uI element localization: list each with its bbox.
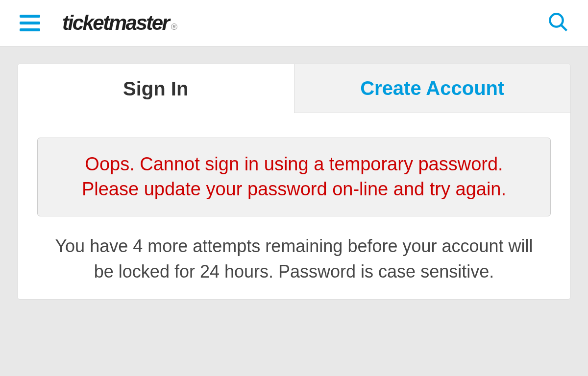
svg-point-0 bbox=[550, 14, 563, 26]
tab-sign-in-label: Sign In bbox=[123, 78, 188, 100]
svg-line-1 bbox=[561, 25, 566, 30]
attempts-remaining-text: You have 4 more attempts remaining befor… bbox=[37, 234, 551, 284]
card-body: Oops. Cannot sign in using a temporary p… bbox=[18, 113, 570, 299]
auth-tabs: Sign In Create Account bbox=[18, 64, 570, 113]
hamburger-menu-icon[interactable] bbox=[20, 15, 40, 31]
tab-sign-in[interactable]: Sign In bbox=[18, 64, 294, 113]
tab-create-account[interactable]: Create Account bbox=[294, 64, 571, 113]
main-content: Sign In Create Account Oops. Cannot sign… bbox=[0, 47, 588, 300]
error-text: Oops. Cannot sign in using a temporary p… bbox=[82, 154, 506, 199]
search-icon[interactable] bbox=[548, 12, 568, 34]
error-message-box: Oops. Cannot sign in using a temporary p… bbox=[37, 138, 551, 216]
auth-card: Sign In Create Account Oops. Cannot sign… bbox=[17, 64, 571, 300]
brand-name: ticketmaster bbox=[62, 11, 169, 35]
registered-mark: ® bbox=[171, 22, 177, 32]
app-header: ticketmaster ® bbox=[0, 0, 588, 47]
tab-create-account-label: Create Account bbox=[360, 77, 504, 99]
brand-logo[interactable]: ticketmaster ® bbox=[62, 11, 177, 35]
